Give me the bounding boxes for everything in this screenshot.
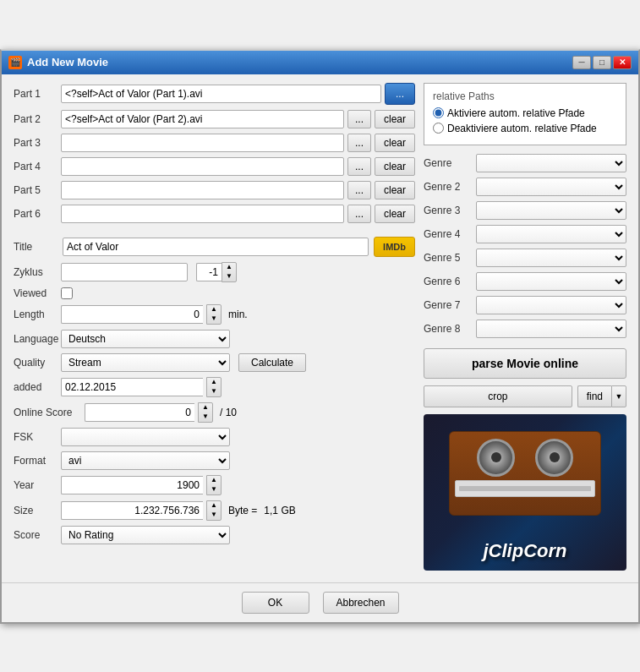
part3-input[interactable] (61, 134, 344, 152)
part6-clear-button[interactable]: clear (375, 205, 415, 223)
length-up-button[interactable]: ▲ (207, 305, 221, 314)
deactivate-relative-radio[interactable] (433, 123, 444, 134)
language-label: Language (14, 333, 57, 345)
score-label: Score (14, 529, 57, 541)
minimize-button[interactable]: ─ (572, 56, 591, 69)
online-score-down-button[interactable]: ▼ (199, 412, 212, 422)
genre2-select[interactable] (476, 178, 626, 196)
size-up-button[interactable]: ▲ (207, 501, 221, 511)
main-grid: Part 1 ... Part 2 ... clear Part 3 (14, 83, 626, 571)
genre3-select[interactable] (476, 201, 626, 220)
find-container: find ▼ (577, 385, 626, 407)
genre6-label: Genre 6 (424, 276, 473, 287)
part4-input[interactable] (61, 157, 344, 176)
right-panel: relative Paths Aktiviere autom. relative… (424, 83, 626, 571)
part6-row: Part 6 ... clear (14, 205, 415, 223)
genre6-row: Genre 6 (424, 272, 626, 291)
added-up-button[interactable]: ▲ (207, 378, 221, 387)
genre7-select[interactable] (476, 296, 626, 314)
part1-label: Part 1 (14, 88, 57, 100)
genre1-select[interactable] (476, 154, 626, 172)
crop-button[interactable]: crop (424, 385, 572, 407)
genre4-row: Genre 4 (424, 225, 626, 243)
activate-relative-row: Aktiviere autom. relative Pfade (433, 107, 617, 119)
part1-input[interactable] (61, 85, 381, 103)
format-label: Format (14, 455, 57, 467)
genre8-label: Genre 8 (424, 323, 473, 335)
genre4-label: Genre 4 (424, 228, 473, 240)
size-unit: Byte = (228, 505, 257, 516)
close-button[interactable]: ✕ (613, 56, 632, 69)
find-button[interactable]: find (577, 385, 611, 407)
zyklus-row: Zyklus ▲ ▼ (14, 262, 415, 282)
genre7-row: Genre 7 (424, 296, 626, 314)
genre5-select[interactable] (476, 249, 626, 267)
part5-clear-button[interactable]: clear (375, 181, 415, 199)
part2-clear-button[interactable]: clear (375, 110, 415, 128)
format-select[interactable]: avi mp4 mkv (61, 451, 230, 470)
length-input[interactable] (61, 305, 203, 324)
fsk-row: FSK 0 6 12 16 18 (14, 428, 415, 446)
online-score-label: Online Score (14, 407, 81, 418)
ok-button[interactable]: OK (242, 592, 309, 614)
viewed-row: Viewed (14, 287, 415, 299)
zyklus-num-input[interactable] (196, 263, 222, 281)
genre8-row: Genre 8 (424, 320, 626, 338)
tape-body (455, 480, 595, 497)
zyklus-down-button[interactable]: ▼ (222, 272, 236, 281)
added-input[interactable] (61, 378, 203, 396)
language-select[interactable]: Deutsch English Français (61, 330, 230, 348)
genre6-select[interactable] (476, 272, 626, 291)
genre4-select[interactable] (476, 225, 626, 243)
score-select[interactable]: No Rating 1 2 3 (61, 526, 230, 544)
fsk-select[interactable]: 0 6 12 16 18 (61, 428, 230, 446)
parse-online-button[interactable]: parse Movie online (424, 348, 626, 379)
size-input[interactable] (61, 501, 203, 520)
zyklus-spinner: ▲ ▼ (222, 262, 237, 282)
year-up-button[interactable]: ▲ (207, 476, 221, 485)
logo-text: jClipCorn (484, 540, 567, 562)
find-dropdown-button[interactable]: ▼ (611, 385, 626, 407)
length-unit: min. (228, 309, 248, 320)
activate-relative-radio[interactable] (433, 107, 444, 118)
part5-input[interactable] (61, 181, 344, 199)
genre1-row: Genre (424, 154, 626, 172)
part6-input[interactable] (61, 205, 344, 223)
online-score-up-button[interactable]: ▲ (199, 403, 212, 412)
part6-browse-button[interactable]: ... (347, 205, 371, 223)
part2-browse-button[interactable]: ... (347, 110, 371, 128)
title-bar-left: 🎬 Add New Movie (8, 56, 108, 69)
length-row: Length ▲ ▼ min. (14, 304, 415, 325)
zyklus-input[interactable] (61, 263, 188, 281)
quality-select[interactable]: Stream BluRay DVD (61, 353, 230, 372)
viewed-checkbox[interactable] (61, 287, 73, 299)
part4-label: Part 4 (14, 161, 57, 172)
part4-browse-button[interactable]: ... (347, 157, 371, 176)
title-input[interactable] (63, 238, 369, 256)
part4-clear-button[interactable]: clear (375, 157, 415, 176)
added-row: added ▲ ▼ (14, 377, 415, 397)
part3-browse-button[interactable]: ... (347, 134, 371, 152)
quality-label: Quality (14, 357, 57, 369)
imdb-button[interactable]: IMDb (374, 237, 415, 257)
added-down-button[interactable]: ▼ (207, 387, 221, 396)
zyklus-label: Zyklus (14, 266, 57, 278)
size-down-button[interactable]: ▼ (207, 511, 221, 520)
year-down-button[interactable]: ▼ (207, 485, 221, 494)
activate-relative-label: Aktiviere autom. relative Pfade (447, 107, 585, 119)
title-label: Title (14, 241, 57, 253)
calculate-button[interactable]: Calculate (238, 353, 306, 372)
length-down-button[interactable]: ▼ (207, 314, 221, 324)
genre3-row: Genre 3 (424, 201, 626, 220)
part2-input[interactable] (61, 110, 344, 128)
zyklus-up-button[interactable]: ▲ (222, 263, 236, 272)
abbrechen-button[interactable]: Abbrechen (323, 592, 399, 614)
part1-browse-button[interactable]: ... (385, 83, 415, 105)
maximize-button[interactable]: □ (593, 56, 611, 69)
part5-browse-button[interactable]: ... (347, 181, 371, 199)
year-input[interactable] (61, 476, 203, 494)
genre8-select[interactable] (476, 320, 626, 338)
online-score-input[interactable] (85, 403, 194, 422)
part3-clear-button[interactable]: clear (375, 134, 415, 152)
added-spinner: ▲ ▼ (206, 377, 222, 397)
